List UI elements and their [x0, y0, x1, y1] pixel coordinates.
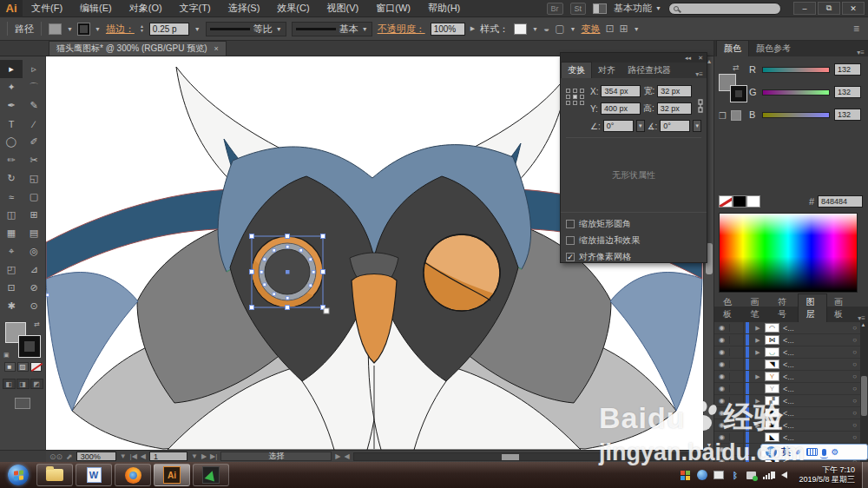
next-artboard-icon[interactable]: ▶ [201, 452, 207, 460]
visibility-eye-icon[interactable]: ◉ [714, 397, 730, 405]
layer-thumbnail[interactable]: ◤ [765, 408, 779, 418]
chevron-down-icon[interactable]: ▼ [67, 26, 73, 32]
layer-name[interactable]: <... [783, 373, 794, 381]
lock-cell[interactable] [730, 395, 744, 407]
layer-name[interactable]: <... [783, 324, 794, 333]
draw-behind-button[interactable]: ◨ [16, 379, 30, 389]
tool-button[interactable]: ◱ [23, 169, 45, 188]
tool-button[interactable]: ✂ [23, 151, 45, 169]
menu-item[interactable]: 选择(S) [220, 0, 269, 16]
menu-item[interactable]: 文字(T) [171, 0, 220, 16]
taskbar-explorer-button[interactable] [36, 464, 73, 486]
color-button[interactable]: ■ [4, 362, 16, 372]
screen-mode-button[interactable] [15, 398, 30, 409]
close-button[interactable]: ✕ [842, 2, 865, 15]
tool-button[interactable]: ✱ [0, 297, 23, 315]
expand-triangle-icon[interactable]: ▶ [751, 398, 765, 405]
tool-button[interactable]: ⊞ [23, 206, 45, 224]
taskbar-clock[interactable]: 下午 7:10 2019/5/8 星期三 [799, 465, 855, 485]
chevron-down-icon[interactable]: ▼ [191, 452, 198, 460]
width-profile-dropdown[interactable]: 等比 ▼ [206, 22, 286, 36]
export-icon[interactable]: ⬈ [66, 452, 73, 461]
transform-option-row[interactable]: 缩放描边和效果 [566, 234, 701, 247]
last-artboard-icon[interactable]: ▶| [210, 452, 217, 460]
panel-tab[interactable]: 颜色参考 [749, 41, 798, 56]
swap-fill-stroke-icon[interactable]: ⇄ [733, 63, 746, 72]
rotate-field[interactable]: 0° [603, 120, 634, 132]
layer-thumbnail[interactable]: Y [765, 384, 779, 393]
chevron-down-icon[interactable]: ▼ [532, 26, 538, 32]
layer-name[interactable]: <... [783, 385, 794, 393]
ime-keyboard-icon[interactable] [806, 448, 818, 456]
chevron-down-icon[interactable]: ▼ [95, 26, 101, 32]
chevron-down-icon[interactable]: ▼ [634, 26, 640, 32]
layer-row[interactable]: ◉ Y <... ○ [714, 383, 868, 395]
height-field[interactable]: 32 px [657, 102, 692, 115]
layer-thumbnail[interactable]: ◡ [765, 347, 779, 357]
chevron-right-icon[interactable]: ▶ [470, 25, 475, 32]
transform-option-row[interactable]: 缩放矩形圆角 [566, 218, 701, 230]
layer-name[interactable]: <... [783, 421, 794, 430]
x-field[interactable]: 354 px [601, 85, 641, 97]
visibility-eye-icon[interactable]: ◉ [714, 348, 730, 356]
opacity-label[interactable]: 不透明度： [378, 23, 425, 36]
tool-button[interactable]: ✦ [0, 78, 23, 96]
tool-button[interactable]: ⌖ [0, 242, 23, 260]
visibility-eye-icon[interactable]: ◉ [714, 324, 730, 332]
tool-button[interactable]: ◰ [0, 260, 23, 279]
layer-thumbnail[interactable]: ▞ [765, 396, 779, 406]
fill-stroke-control[interactable]: ⇄ ▣ [5, 322, 40, 357]
target-circle-icon[interactable]: ○ [852, 360, 857, 368]
visibility-eye-icon[interactable]: ◉ [714, 360, 730, 368]
taskbar-recorder-button[interactable] [193, 464, 229, 486]
visibility-eye-icon[interactable]: ◉ [714, 409, 730, 417]
first-artboard-icon[interactable]: |◀ [130, 452, 137, 460]
taskbar-illustrator-button[interactable]: Ai [154, 464, 190, 486]
tray-power-icon[interactable] [746, 470, 757, 481]
tool-button[interactable]: ✎ [23, 96, 45, 115]
expand-triangle-icon[interactable]: ▶ [751, 337, 765, 344]
chevron-down-icon[interactable]: ▼ [194, 26, 201, 32]
chevron-down-icon[interactable]: ▼ [636, 120, 645, 132]
scroll-right-icon[interactable]: ▶ [335, 452, 340, 460]
panel-tab[interactable]: 色板 [716, 294, 743, 322]
tool-button[interactable]: ↻ [0, 169, 23, 188]
layer-name[interactable]: <... [783, 409, 794, 418]
panel-tab[interactable]: 对齐 [592, 63, 621, 78]
last-color-swatch[interactable] [731, 110, 741, 121]
restore-button[interactable]: ⧉ [818, 2, 840, 15]
menu-item[interactable]: 效果(C) [268, 0, 318, 16]
tool-button[interactable]: ◫ [0, 206, 23, 224]
layer-thumbnail[interactable]: ◠ [765, 323, 779, 333]
stroke-weight-label[interactable]: 描边： [106, 23, 135, 36]
artboard-field[interactable]: 1 [149, 452, 187, 461]
lock-cell[interactable] [730, 383, 744, 395]
gradient-button[interactable]: ▨ [17, 362, 29, 372]
tool-button[interactable]: ▢ [23, 188, 45, 206]
chevron-down-icon[interactable]: ▼ [120, 452, 127, 460]
layer-name[interactable]: <... [783, 397, 794, 406]
lock-cell[interactable] [730, 359, 744, 371]
zoom-level-field[interactable]: 300% [76, 452, 116, 461]
visibility-eye-icon[interactable]: ◉ [714, 433, 730, 441]
style-swatch[interactable] [514, 23, 527, 35]
stroke-swatch[interactable] [731, 86, 746, 102]
panel-options-icon[interactable]: ≡ [853, 23, 863, 35]
shear-field[interactable]: 0° [660, 120, 690, 132]
tool-button[interactable]: ✏ [0, 151, 23, 169]
ime-logo-icon[interactable]: 拼 [766, 446, 777, 458]
collapse-panel-icon[interactable]: ◂◂ [685, 55, 691, 62]
panel-menu-icon[interactable]: ▾≡ [853, 49, 868, 56]
isolate-icon[interactable]: ⊞ [620, 23, 628, 35]
panel-tab[interactable]: 变换 [561, 62, 592, 78]
stroke-weight-stepper[interactable]: ▲▼ [140, 24, 144, 33]
layer-name[interactable]: <... [783, 348, 794, 357]
chevron-down-icon[interactable]: ▼ [570, 26, 576, 32]
layer-thumbnail[interactable]: ◣ [765, 432, 779, 442]
layer-row[interactable]: ◉ ▶ ▣ <... ○ [714, 419, 868, 432]
y-field[interactable]: 400 px [601, 102, 641, 115]
scroll-thumb[interactable] [861, 376, 867, 416]
target-circle-icon[interactable]: ○ [852, 348, 857, 356]
tray-windows-icon[interactable] [680, 470, 691, 481]
menu-item[interactable]: 窗口(W) [367, 0, 419, 16]
